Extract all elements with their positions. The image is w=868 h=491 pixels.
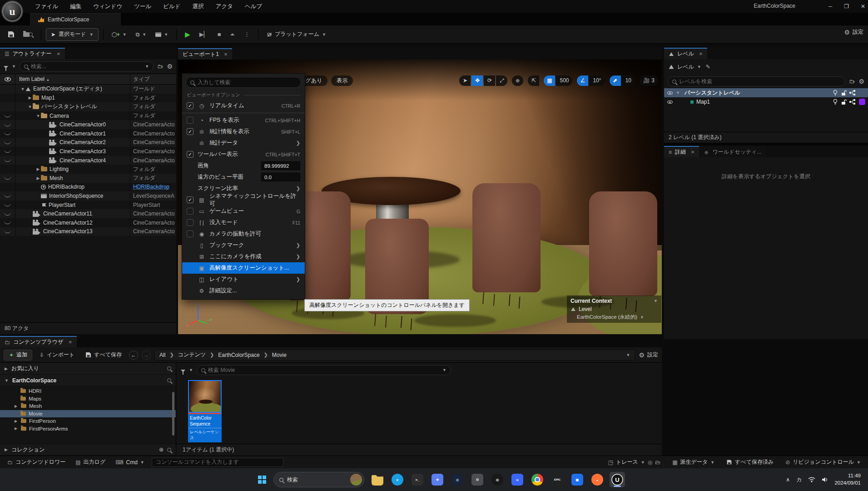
close-button[interactable]: ✕	[861, 3, 865, 10]
menu-item-ここにカメラを作成[interactable]: ⊞ここにカメラを作成❯	[182, 251, 305, 262]
cmd-dropdown[interactable]: ⌨Cmd▼	[113, 457, 147, 468]
grid-snap-value[interactable]: 500	[556, 75, 572, 86]
menu-item-画角[interactable]: 画角89.999992	[182, 160, 305, 171]
eye-closed-icon[interactable]	[4, 159, 11, 162]
volume-icon[interactable]	[822, 477, 828, 482]
menu-item-没入モード[interactable]: ⌈⌋没入モードF11	[182, 217, 305, 228]
collapse-icon[interactable]: ▼	[654, 299, 658, 303]
expander-icon[interactable]: ▶	[27, 95, 33, 100]
outliner-search-input[interactable]: 検索... ▼	[20, 61, 154, 71]
menu-search-input[interactable]: 入力して検索	[186, 77, 301, 88]
revision-control-dropdown[interactable]: ⊘リビジョンコントロール▼	[783, 457, 863, 468]
checkbox-unchecked-icon[interactable]	[187, 219, 193, 226]
level-row-map1[interactable]: Map1	[664, 97, 868, 106]
filter-caret-icon[interactable]: ▼	[12, 64, 16, 69]
menu-item-高解像度スクリーンショット...[interactable]: ▣高解像度スクリーンショット...	[182, 262, 305, 274]
level-color-swatch[interactable]	[859, 99, 865, 105]
taskbar-app-unreal[interactable]: U	[610, 472, 625, 487]
levels-settings-icon[interactable]: ⚙	[858, 78, 864, 85]
visibility-column[interactable]	[0, 174, 15, 183]
taskbar-app-explorer[interactable]	[370, 472, 385, 487]
favorites-section[interactable]: ▶お気に入り	[0, 363, 176, 375]
checkbox-checked-icon[interactable]: ✓	[187, 151, 193, 158]
asset-tab[interactable]: EarthColorSpace	[30, 13, 121, 25]
folder-row-Movie[interactable]: Movie	[0, 410, 176, 418]
tab-outliner[interactable]: ☰ アウトライナー ✕	[0, 48, 65, 59]
visibility-column[interactable]	[0, 156, 15, 165]
checkbox-unchecked-icon[interactable]	[187, 208, 193, 215]
add-collection-icon[interactable]: ⊕	[159, 446, 164, 453]
breadcrumb-item-All[interactable]: All	[159, 352, 165, 358]
play-button[interactable]: ▶	[181, 28, 194, 41]
eye-column-icon[interactable]	[5, 77, 11, 81]
search-icon[interactable]	[167, 366, 171, 371]
menu-item-カメラの振動を許可[interactable]: ◉カメラの振動を許可	[182, 228, 305, 240]
visibility-column[interactable]	[0, 218, 15, 227]
visibility-column[interactable]	[0, 94, 15, 103]
tab-world-settings[interactable]: 🜨ワールドセッティ...	[699, 146, 766, 157]
world-space-toggle[interactable]: 🜨	[512, 75, 523, 86]
checkbox-checked-icon[interactable]: ✓	[187, 196, 193, 203]
rotate-tool[interactable]: ⟳	[484, 75, 495, 86]
outliner-row[interactable]: ▼パーシスタントレベルフォルダ	[0, 102, 176, 111]
outliner-row[interactable]: CineCameraActor4CineCameraActo	[0, 156, 176, 165]
eye-closed-icon[interactable]	[4, 203, 11, 206]
menu-item-統計情報を表示[interactable]: ✓ılı統計情報を表示SHIFT+L	[182, 126, 305, 137]
blueprint-icon[interactable]	[849, 99, 856, 105]
visibility-column[interactable]	[0, 85, 15, 94]
asset-search-input[interactable]: 検索 Movie▼	[197, 365, 451, 375]
taskbar-app-firefox[interactable]: ◒	[590, 472, 605, 487]
tab-levels[interactable]: レベル ✕	[664, 48, 707, 59]
expander-icon[interactable]: ▶	[14, 419, 18, 423]
checkbox-unchecked-icon[interactable]	[187, 117, 193, 124]
outliner-row[interactable]: CineCameraActor0CineCameraActo	[0, 120, 176, 129]
visibility-column[interactable]	[0, 147, 15, 156]
level-row-persistent[interactable]: ▼ パーシスタントレベル	[664, 88, 868, 97]
visibility-column[interactable]	[0, 129, 15, 138]
outliner-row[interactable]: PlayerStartPlayerStart	[0, 200, 176, 210]
eye-closed-icon[interactable]	[4, 132, 11, 135]
close-icon[interactable]: ✕	[691, 150, 694, 155]
new-level-folder-icon[interactable]: 🗀+	[849, 78, 855, 85]
all-saved-button[interactable]: すべて保存済み	[724, 457, 776, 468]
eye-closed-icon[interactable]	[4, 176, 11, 180]
visibility-column[interactable]	[0, 183, 15, 192]
blueprint-icon[interactable]	[849, 90, 856, 95]
visibility-column[interactable]	[0, 200, 15, 210]
scale-tool[interactable]: ⤢	[496, 75, 507, 86]
scale-snap-value[interactable]: 10	[622, 75, 635, 86]
checkbox-checked-icon[interactable]: ✓	[187, 128, 193, 135]
asset-tile-earthcolorsequence[interactable]: EarthColorSequence レベルシーケンス	[188, 380, 222, 442]
expander-icon[interactable]: ▶	[35, 176, 41, 180]
unlock-icon[interactable]	[841, 90, 847, 96]
editor-settings-button[interactable]: ⚙設定	[844, 28, 863, 36]
outliner-row[interactable]: CineCameraActor3CineCameraActo	[0, 147, 176, 156]
ime-indicator[interactable]: カ	[796, 476, 802, 484]
menu-item-ブックマーク[interactable]: ▯ブックマーク❯	[182, 240, 305, 251]
type-column[interactable]: タイプ	[130, 74, 176, 84]
visibility-column[interactable]	[0, 111, 15, 120]
lighting-bulb-icon[interactable]	[833, 99, 838, 105]
menubar-item-選択[interactable]: 選択	[187, 0, 210, 13]
rotation-snap-toggle[interactable]: ∠	[577, 75, 588, 86]
close-icon[interactable]: ✕	[69, 340, 72, 345]
menubar-item-ウィンドウ[interactable]: ウィンドウ	[87, 0, 128, 13]
eye-closed-icon[interactable]	[4, 141, 11, 144]
expander-icon[interactable]: ▼	[35, 114, 41, 118]
camera-speed-button[interactable]: 🎥 3	[640, 75, 658, 86]
move-tool[interactable]: ✥	[471, 75, 483, 86]
path-dropdown-icon[interactable]: ▼	[626, 353, 630, 357]
edit-levels-icon[interactable]: ✎	[706, 64, 710, 70]
maximize-button[interactable]: ❐	[844, 3, 849, 10]
back-button[interactable]: ←	[129, 351, 138, 360]
menubar-item-ヘルプ[interactable]: ヘルプ	[239, 0, 268, 13]
trace-dropdown[interactable]: ◳トレース▼◎🗁	[605, 457, 664, 468]
context-level-dropdown[interactable]: EarthColorSpace (永続的)▼	[570, 314, 658, 321]
menubar-item-ファイル[interactable]: ファイル	[29, 0, 64, 13]
close-icon[interactable]: ✕	[56, 51, 60, 56]
search-icon[interactable]	[167, 378, 171, 382]
cb-settings-button[interactable]: ⚙設定	[639, 351, 658, 359]
surface-snap-toggle[interactable]: ⇱	[528, 75, 539, 86]
stop-button[interactable]: ■	[214, 28, 225, 41]
play-options-button[interactable]: ⋮	[240, 28, 253, 41]
